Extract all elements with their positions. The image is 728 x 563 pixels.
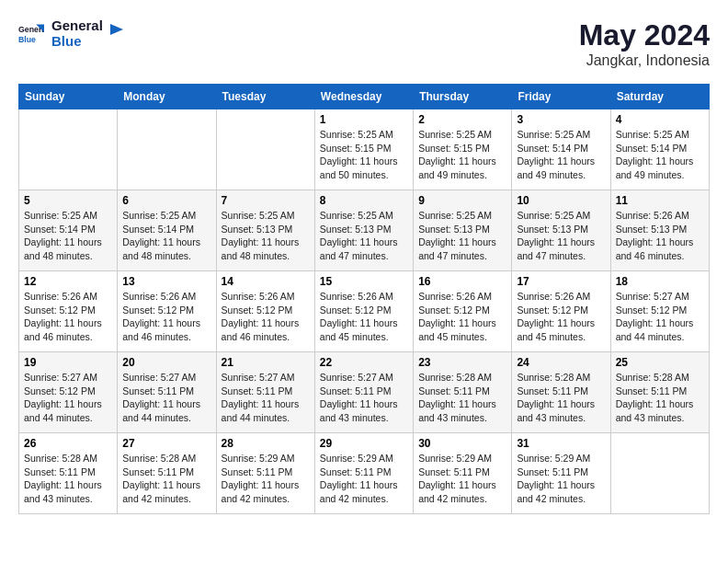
calendar-cell: 10Sunrise: 5:25 AM Sunset: 5:13 PM Dayli… (512, 190, 610, 271)
day-info: Sunrise: 5:25 AM Sunset: 5:15 PM Dayligh… (320, 128, 408, 182)
day-number: 31 (517, 437, 605, 450)
calendar-cell: 22Sunrise: 5:27 AM Sunset: 5:11 PM Dayli… (314, 352, 413, 433)
calendar-cell: 9Sunrise: 5:25 AM Sunset: 5:13 PM Daylig… (414, 190, 512, 271)
calendar-cell: 13Sunrise: 5:26 AM Sunset: 5:12 PM Dayli… (118, 271, 216, 352)
day-info: Sunrise: 5:25 AM Sunset: 5:14 PM Dayligh… (122, 209, 210, 263)
day-info: Sunrise: 5:28 AM Sunset: 5:11 PM Dayligh… (122, 452, 210, 506)
calendar-cell: 18Sunrise: 5:27 AM Sunset: 5:12 PM Dayli… (610, 271, 709, 352)
calendar-cell: 7Sunrise: 5:25 AM Sunset: 5:13 PM Daylig… (216, 190, 314, 271)
calendar-cell (19, 109, 118, 190)
day-info: Sunrise: 5:25 AM Sunset: 5:14 PM Dayligh… (517, 128, 605, 182)
logo-icon: General Blue (18, 21, 44, 47)
day-info: Sunrise: 5:29 AM Sunset: 5:11 PM Dayligh… (418, 452, 506, 506)
day-number: 7 (222, 194, 310, 207)
day-info: Sunrise: 5:29 AM Sunset: 5:11 PM Dayligh… (517, 452, 605, 506)
month-title: May 2024 (579, 18, 710, 52)
day-number: 20 (122, 356, 210, 369)
day-number: 14 (222, 275, 310, 288)
calendar-cell (610, 433, 709, 514)
day-number: 10 (517, 194, 605, 207)
day-info: Sunrise: 5:28 AM Sunset: 5:11 PM Dayligh… (616, 371, 704, 425)
calendar-week-2: 5Sunrise: 5:25 AM Sunset: 5:14 PM Daylig… (19, 190, 710, 271)
day-number: 9 (418, 194, 506, 207)
calendar-cell: 25Sunrise: 5:28 AM Sunset: 5:11 PM Dayli… (610, 352, 709, 433)
day-number: 25 (616, 356, 704, 369)
calendar-cell: 29Sunrise: 5:29 AM Sunset: 5:11 PM Dayli… (314, 433, 413, 514)
day-number: 17 (517, 275, 605, 288)
calendar-cell: 1Sunrise: 5:25 AM Sunset: 5:15 PM Daylig… (314, 109, 413, 190)
day-number: 19 (24, 356, 112, 369)
day-info: Sunrise: 5:25 AM Sunset: 5:13 PM Dayligh… (320, 209, 408, 263)
day-number: 27 (122, 437, 210, 450)
day-info: Sunrise: 5:27 AM Sunset: 5:11 PM Dayligh… (122, 371, 210, 425)
day-info: Sunrise: 5:26 AM Sunset: 5:12 PM Dayligh… (418, 290, 506, 344)
calendar-cell: 19Sunrise: 5:27 AM Sunset: 5:12 PM Dayli… (19, 352, 118, 433)
day-number: 24 (517, 356, 605, 369)
calendar-cell: 2Sunrise: 5:25 AM Sunset: 5:15 PM Daylig… (414, 109, 512, 190)
logo: General Blue General Blue (18, 18, 125, 49)
location-subtitle: Jangkar, Indonesia (579, 52, 710, 69)
calendar-cell: 5Sunrise: 5:25 AM Sunset: 5:14 PM Daylig… (19, 190, 118, 271)
day-info: Sunrise: 5:27 AM Sunset: 5:12 PM Dayligh… (24, 371, 112, 425)
calendar-cell: 30Sunrise: 5:29 AM Sunset: 5:11 PM Dayli… (414, 433, 512, 514)
day-info: Sunrise: 5:26 AM Sunset: 5:12 PM Dayligh… (320, 290, 408, 344)
svg-marker-3 (110, 24, 123, 35)
header-sunday: Sunday (19, 85, 118, 109)
title-block: May 2024 Jangkar, Indonesia (579, 18, 710, 69)
day-number: 4 (616, 113, 704, 126)
day-info: Sunrise: 5:26 AM Sunset: 5:12 PM Dayligh… (517, 290, 605, 344)
day-number: 16 (418, 275, 506, 288)
calendar-cell: 8Sunrise: 5:25 AM Sunset: 5:13 PM Daylig… (314, 190, 413, 271)
day-number: 2 (418, 113, 506, 126)
day-info: Sunrise: 5:27 AM Sunset: 5:11 PM Dayligh… (320, 371, 408, 425)
calendar-week-5: 26Sunrise: 5:28 AM Sunset: 5:11 PM Dayli… (19, 433, 710, 514)
header-monday: Monday (118, 85, 216, 109)
day-number: 1 (320, 113, 408, 126)
calendar-cell: 3Sunrise: 5:25 AM Sunset: 5:14 PM Daylig… (512, 109, 610, 190)
calendar-week-1: 1Sunrise: 5:25 AM Sunset: 5:15 PM Daylig… (19, 109, 710, 190)
day-info: Sunrise: 5:26 AM Sunset: 5:12 PM Dayligh… (24, 290, 112, 344)
day-number: 29 (320, 437, 408, 450)
day-info: Sunrise: 5:27 AM Sunset: 5:11 PM Dayligh… (222, 371, 310, 425)
calendar-cell: 28Sunrise: 5:29 AM Sunset: 5:11 PM Dayli… (216, 433, 314, 514)
day-number: 12 (24, 275, 112, 288)
header-tuesday: Tuesday (216, 85, 314, 109)
day-info: Sunrise: 5:28 AM Sunset: 5:11 PM Dayligh… (24, 452, 112, 506)
day-number: 18 (616, 275, 704, 288)
day-info: Sunrise: 5:26 AM Sunset: 5:12 PM Dayligh… (122, 290, 210, 344)
header-saturday: Saturday (610, 85, 709, 109)
day-info: Sunrise: 5:27 AM Sunset: 5:12 PM Dayligh… (616, 290, 704, 344)
calendar-week-4: 19Sunrise: 5:27 AM Sunset: 5:12 PM Dayli… (19, 352, 710, 433)
day-info: Sunrise: 5:25 AM Sunset: 5:13 PM Dayligh… (418, 209, 506, 263)
calendar-cell: 15Sunrise: 5:26 AM Sunset: 5:12 PM Dayli… (314, 271, 413, 352)
logo-line2: Blue (51, 34, 103, 50)
calendar-cell: 4Sunrise: 5:25 AM Sunset: 5:14 PM Daylig… (610, 109, 709, 190)
calendar-header-row: SundayMondayTuesdayWednesdayThursdayFrid… (19, 85, 710, 109)
calendar-cell: 6Sunrise: 5:25 AM Sunset: 5:14 PM Daylig… (118, 190, 216, 271)
day-info: Sunrise: 5:29 AM Sunset: 5:11 PM Dayligh… (320, 452, 408, 506)
header-wednesday: Wednesday (314, 85, 413, 109)
day-number: 21 (222, 356, 310, 369)
day-number: 30 (418, 437, 506, 450)
day-number: 28 (222, 437, 310, 450)
day-info: Sunrise: 5:25 AM Sunset: 5:15 PM Dayligh… (418, 128, 506, 182)
calendar-cell: 21Sunrise: 5:27 AM Sunset: 5:11 PM Dayli… (216, 352, 314, 433)
day-number: 22 (320, 356, 408, 369)
day-info: Sunrise: 5:26 AM Sunset: 5:12 PM Dayligh… (222, 290, 310, 344)
day-info: Sunrise: 5:25 AM Sunset: 5:13 PM Dayligh… (517, 209, 605, 263)
calendar-cell: 24Sunrise: 5:28 AM Sunset: 5:11 PM Dayli… (512, 352, 610, 433)
day-number: 11 (616, 194, 704, 207)
calendar-cell: 11Sunrise: 5:26 AM Sunset: 5:13 PM Dayli… (610, 190, 709, 271)
day-number: 15 (320, 275, 408, 288)
day-number: 23 (418, 356, 506, 369)
day-number: 6 (122, 194, 210, 207)
calendar-cell (118, 109, 216, 190)
day-info: Sunrise: 5:25 AM Sunset: 5:13 PM Dayligh… (222, 209, 310, 263)
day-number: 26 (24, 437, 112, 450)
calendar-cell: 23Sunrise: 5:28 AM Sunset: 5:11 PM Dayli… (414, 352, 512, 433)
day-number: 5 (24, 194, 112, 207)
day-number: 8 (320, 194, 408, 207)
page-header: General Blue General Blue May 2024 Jangk… (18, 18, 710, 69)
day-info: Sunrise: 5:25 AM Sunset: 5:14 PM Dayligh… (24, 209, 112, 263)
header-thursday: Thursday (414, 85, 512, 109)
